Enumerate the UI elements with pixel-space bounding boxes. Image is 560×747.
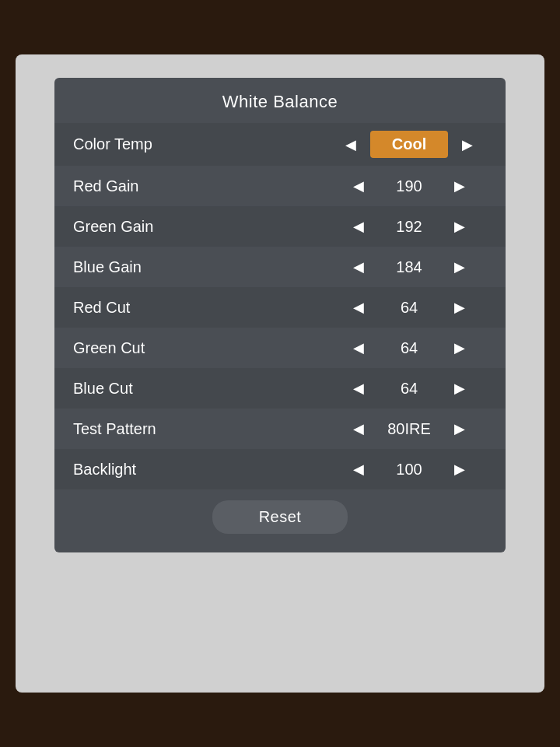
label-green-cut: Green Cut bbox=[73, 339, 198, 357]
row-blue-cut: Blue Cut ◀ 64 ▶ bbox=[54, 368, 506, 409]
arrow-left-red-gain[interactable]: ◀ bbox=[347, 174, 370, 198]
row-green-gain: Green Gain ◀ 192 ▶ bbox=[54, 206, 506, 247]
arrow-left-green-cut[interactable]: ◀ bbox=[347, 336, 370, 359]
label-red-gain: Red Gain bbox=[73, 177, 198, 195]
label-color-temp: Color Temp bbox=[73, 135, 198, 153]
value-test-pattern: 80IRE bbox=[378, 420, 440, 438]
label-red-cut: Red Cut bbox=[73, 299, 198, 317]
control-red-gain: ◀ 190 ▶ bbox=[331, 174, 487, 198]
row-backlight: Backlight ◀ 100 ▶ bbox=[54, 449, 506, 489]
arrow-right-backlight[interactable]: ▶ bbox=[448, 458, 471, 481]
arrow-right-green-cut[interactable]: ▶ bbox=[448, 336, 471, 359]
arrow-left-red-cut[interactable]: ◀ bbox=[347, 296, 370, 319]
value-red-cut: 64 bbox=[378, 299, 440, 317]
reset-button[interactable]: Reset bbox=[212, 500, 348, 534]
row-green-cut: Green Cut ◀ 64 ▶ bbox=[54, 328, 506, 368]
row-red-gain: Red Gain ◀ 190 ▶ bbox=[54, 166, 506, 206]
label-blue-gain: Blue Gain bbox=[73, 258, 198, 276]
arrow-right-green-gain[interactable]: ▶ bbox=[448, 215, 471, 238]
arrow-left-backlight[interactable]: ◀ bbox=[347, 458, 370, 481]
control-blue-cut: ◀ 64 ▶ bbox=[331, 377, 487, 400]
arrow-left-blue-gain[interactable]: ◀ bbox=[347, 255, 370, 279]
row-color-temp: Color Temp ◀ Cool ▶ bbox=[54, 123, 506, 166]
reset-row: Reset bbox=[54, 489, 506, 537]
label-backlight: Backlight bbox=[73, 461, 198, 479]
value-color-temp: Cool bbox=[370, 131, 448, 158]
control-color-temp: ◀ Cool ▶ bbox=[331, 131, 487, 158]
control-blue-gain: ◀ 184 ▶ bbox=[331, 255, 487, 279]
row-blue-gain: Blue Gain ◀ 184 ▶ bbox=[54, 247, 506, 287]
value-backlight: 100 bbox=[378, 461, 440, 479]
control-red-cut: ◀ 64 ▶ bbox=[331, 296, 487, 319]
value-blue-gain: 184 bbox=[378, 258, 440, 276]
arrow-right-red-gain[interactable]: ▶ bbox=[448, 174, 471, 198]
screen-background: White Balance Color Temp ◀ Cool ▶ Red Ga… bbox=[16, 54, 544, 693]
value-red-gain: 190 bbox=[378, 177, 440, 195]
row-test-pattern: Test Pattern ◀ 80IRE ▶ bbox=[54, 409, 506, 449]
arrow-right-blue-gain[interactable]: ▶ bbox=[448, 255, 471, 279]
arrow-left-blue-cut[interactable]: ◀ bbox=[347, 377, 370, 400]
arrow-right-test-pattern[interactable]: ▶ bbox=[448, 417, 471, 440]
white-balance-panel: White Balance Color Temp ◀ Cool ▶ Red Ga… bbox=[54, 78, 506, 552]
control-green-cut: ◀ 64 ▶ bbox=[331, 336, 487, 359]
label-blue-cut: Blue Cut bbox=[73, 380, 198, 398]
arrow-right-red-cut[interactable]: ▶ bbox=[448, 296, 471, 319]
control-backlight: ◀ 100 ▶ bbox=[331, 458, 487, 481]
arrow-left-green-gain[interactable]: ◀ bbox=[347, 215, 370, 238]
control-test-pattern: ◀ 80IRE ▶ bbox=[331, 417, 487, 440]
arrow-left-test-pattern[interactable]: ◀ bbox=[347, 417, 370, 440]
row-red-cut: Red Cut ◀ 64 ▶ bbox=[54, 287, 506, 328]
arrow-right-blue-cut[interactable]: ▶ bbox=[448, 377, 471, 400]
value-green-gain: 192 bbox=[378, 218, 440, 236]
control-green-gain: ◀ 192 ▶ bbox=[331, 215, 487, 238]
value-blue-cut: 64 bbox=[378, 380, 440, 398]
label-test-pattern: Test Pattern bbox=[73, 420, 198, 438]
value-green-cut: 64 bbox=[378, 339, 440, 357]
label-green-gain: Green Gain bbox=[73, 218, 198, 236]
menu-title: White Balance bbox=[54, 78, 506, 123]
arrow-right-color-temp[interactable]: ▶ bbox=[456, 133, 479, 156]
arrow-left-color-temp[interactable]: ◀ bbox=[339, 133, 362, 156]
